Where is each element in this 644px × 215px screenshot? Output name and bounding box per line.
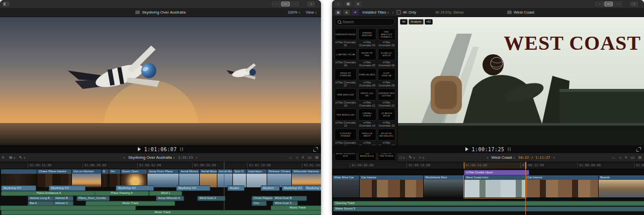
search-icon <box>338 20 341 24</box>
layout-inspector-button[interactable] <box>613 2 622 7</box>
title-preset-cell[interactable]: A METRIC TEAM mTitle Cinematic 04 <box>335 48 357 67</box>
title-preset-cell[interactable]: FIRE BRIGADE mTitle Cinematic 10 <box>335 88 357 107</box>
audio-meters-icon[interactable] <box>508 147 511 151</box>
viewer-clip-title: West Coast <box>397 8 644 17</box>
audio-clip[interactable]: Jump Whoosh A <box>156 196 184 201</box>
right-titlebar: ↓▦⊘ ↑ <box>332 0 644 9</box>
audio-clip[interactable]: Wind Gust B <box>273 196 307 201</box>
right-header-row: ▣ ★ ✦ Installed Titles∨ ↕ 4K Only 4K 29.… <box>332 8 644 17</box>
title-preset-thumbnail: UNBEARABLE <box>358 68 376 80</box>
timeline-option-icon[interactable]: ▭ <box>308 155 312 160</box>
project-duration: 1:35:13 <box>178 156 193 160</box>
share-icon[interactable]: ↑ <box>630 2 638 7</box>
title-preset-cell[interactable]: AT MOON ROCK mTitle Cinematic 15 <box>378 109 395 127</box>
title-preset-cell[interactable]: THE BURGLARS mTitle Cinematic 13 <box>335 109 357 127</box>
timeline-option-icon[interactable]: ↔ <box>288 155 292 160</box>
title-preset-caption: mTitle Cinematic 01 <box>335 41 357 47</box>
fullscreen-icon[interactable] <box>636 147 641 152</box>
audio-clip[interactable]: Music Track <box>1 210 321 215</box>
title-preset-cell[interactable]: TANGENT POWERS mTitle Cinematic 16 <box>335 129 357 147</box>
audio-clip[interactable]: Plane Ambiance A <box>1 191 97 196</box>
timeline-option-icon[interactable]: ⊞ <box>638 155 641 160</box>
title-preset-thumbnail: FIRE BRIGADE <box>335 88 357 100</box>
effects-browser-icon[interactable]: ★ <box>343 10 350 15</box>
right-timeline-toolbar: □∨✎∨○∨ ‹ West Coast∨ 58:22 / 1:11:27 › ↔… <box>397 153 644 162</box>
timeline-option-icon[interactable]: ↔ <box>611 155 615 160</box>
audio-clip[interactable]: Plane_Door_Combo <box>76 196 110 201</box>
audio-clip[interactable]: Opening Track <box>333 201 644 206</box>
title-preset-thumbnail: EAST STREAM <box>378 68 395 80</box>
title-preset-thumbnail: HIDDEN HISTORY <box>358 28 376 40</box>
audio-clip[interactable]: Helmet B <box>53 196 73 201</box>
layout-viewer-button[interactable] <box>281 2 290 7</box>
share-icon[interactable]: ↑ <box>307 2 315 7</box>
right-transport-bar: 1:00:17:25 <box>332 145 644 153</box>
title-preset-cell[interactable]: THE MIRACLE FORMULA mTitle Cinematic 03 <box>378 28 395 47</box>
fullscreen-icon[interactable] <box>313 147 318 152</box>
timeline-option-icon[interactable]: ○ <box>296 155 298 160</box>
title-preset-thumbnail: ROAD TO MICHELENA <box>378 129 395 141</box>
next-project-button[interactable]: › <box>196 155 197 160</box>
title-preset-cell[interactable]: STELLAR DRIFT mTitle Cinematic 17 <box>358 129 376 147</box>
title-preset-cell[interactable]: UNBEARABLE mTitle Cinematic 08 <box>358 68 376 87</box>
title-preset-cell[interactable]: UNEXPECTED LETTER mTitle Cinematic 12 <box>378 88 395 107</box>
timeline-option-icon[interactable]: ○ <box>619 155 621 160</box>
playhead[interactable] <box>525 162 526 215</box>
sort-icon[interactable]: ↕ <box>392 11 394 14</box>
audio-clip[interactable]: Wind 1 <box>149 191 182 196</box>
title-preset-cell[interactable]: RIGHT OF OWL mTitle Cinematic 05 <box>358 48 376 67</box>
title-preset-cell[interactable]: FIELD OF FORTUNE mTitle Cinematic 07 <box>335 68 357 87</box>
next-project-button[interactable]: › <box>553 155 554 160</box>
audio-clip[interactable]: Plane Passing 5 <box>95 191 149 196</box>
timeline-option-icon[interactable]: ⊞ <box>315 155 318 160</box>
title-preset-thumbnail: AT MOON ROCK <box>378 109 395 121</box>
layout-inspector-button[interactable] <box>290 2 299 7</box>
search-field[interactable] <box>335 18 395 26</box>
title-preset-cell[interactable]: CINEMA TODAY mTitle Cinematic 14 <box>358 109 376 127</box>
layout-browser-button[interactable] <box>272 2 281 7</box>
viewer-view-dropdown[interactable]: View∨ <box>305 10 317 15</box>
layout-segmented-control <box>595 2 622 7</box>
audio-clip[interactable]: Helmet Long B <box>28 196 56 201</box>
play-icon[interactable] <box>465 147 468 151</box>
titlebar-tool-icon[interactable]: ⊘ <box>355 1 362 7</box>
title-preset-caption: mTitle Cinematic 02 <box>358 41 376 47</box>
audio-clip[interactable]: Chu <box>252 201 267 206</box>
title-preset-cell[interactable]: EAST STREAM mTitle Cinematic 09 <box>378 68 395 87</box>
clip-icon <box>135 11 140 14</box>
prev-project-button[interactable]: ‹ <box>124 155 125 160</box>
sidebar-toggle-icon[interactable] <box>3 2 10 7</box>
audio-clip[interactable]: Wind Gust 2 <box>197 196 225 201</box>
title-preset-caption: mTitle Cinematic 13 <box>335 121 357 127</box>
titles-browser-icon[interactable]: ✦ <box>352 10 359 15</box>
project-name-dropdown[interactable]: Skydiving Over Australia∨ <box>128 155 175 160</box>
layout-segmented-control <box>272 2 299 7</box>
search-input[interactable] <box>343 20 392 24</box>
timeline-option-icon[interactable]: ▭ <box>631 155 635 160</box>
project-name-dropdown[interactable]: West Coast∨ <box>492 155 516 160</box>
title-preset-cell[interactable]: UNREPENTABLES mTitle Cinematic 01 <box>335 28 357 47</box>
layout-browser-button[interactable] <box>595 2 604 7</box>
playhead[interactable] <box>224 162 224 215</box>
title-preset-cell[interactable]: RADICAL WITCH mTitle Cinematic 06 <box>378 48 395 67</box>
title-preset-thumbnail: RIGHT OF OWL <box>358 48 376 60</box>
title-preset-cell[interactable]: SHOTS ALL BY mTitle Cinematic 11 <box>358 88 376 107</box>
layout-viewer-button[interactable] <box>604 2 613 7</box>
viewer-zoom-dropdown[interactable]: 100%∨ <box>288 10 301 15</box>
audio-clip[interactable]: Water Sound 3 <box>333 206 644 211</box>
title-preset-cell[interactable]: ROAD TO MICHELENA mTitle Cinematic 18 <box>378 129 395 147</box>
timeline-option-icon[interactable]: ≡ <box>625 155 627 160</box>
titles-category-dropdown[interactable]: Installed Titles∨ <box>362 10 389 15</box>
title-preset-thumbnail: CINEMA TODAY <box>358 109 376 121</box>
audio-clip[interactable]: Chute Flapping 1 <box>252 196 276 201</box>
title-preset-cell[interactable]: HIDDEN HISTORY mTitle Cinematic 02 <box>358 28 376 47</box>
timeline-option-icon[interactable]: ≡ <box>302 155 304 160</box>
titlebar-tool-icon[interactable]: ↓ <box>335 1 342 7</box>
prev-project-button[interactable]: ‹ <box>487 155 489 160</box>
title-preset-thumbnail: THE BURGLARS <box>335 109 357 121</box>
titlebar-tool-icon[interactable]: ▦ <box>345 1 352 7</box>
media-browser-icon[interactable]: ▣ <box>335 10 342 15</box>
audio-meters-icon[interactable] <box>180 147 183 151</box>
title-preset-caption: mTitle Cinematic 14 <box>358 121 376 127</box>
play-icon[interactable] <box>138 147 141 151</box>
